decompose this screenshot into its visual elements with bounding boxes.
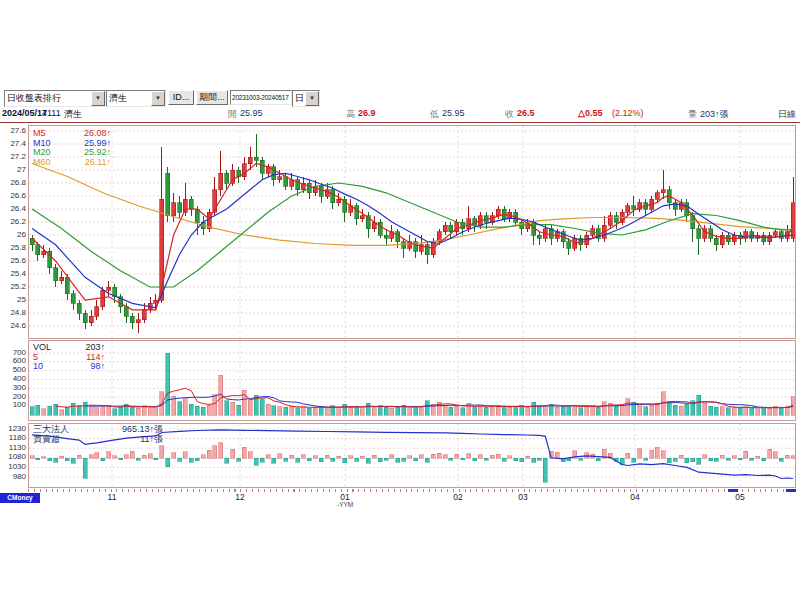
price-axis-label: 25.4: [1, 269, 26, 278]
low-value: 25.95: [442, 108, 465, 118]
period-input[interactable]: [230, 90, 292, 105]
institutional-legend: 三大法人965.13↑張買賣超11↑張: [33, 425, 163, 444]
volume-label: 量: [688, 108, 697, 121]
institutional-axis-label: 980: [1, 472, 26, 481]
institutional-axis-label: 1030: [1, 462, 26, 471]
institutional-bars: [30, 443, 795, 482]
high-label: 高: [346, 108, 355, 121]
chevron-down-icon[interactable]: ▼: [305, 91, 319, 106]
volume-axis-label: 600: [1, 356, 26, 365]
month-label: 12: [228, 492, 252, 502]
institutional-axis-label: 1130: [1, 443, 26, 452]
price-axis-label: 25: [1, 295, 26, 304]
ranking-select-value: 日收盤表排行: [5, 92, 91, 105]
axis-highlight-mark: [786, 489, 796, 492]
change-value: △0.55: [578, 108, 602, 118]
axis-highlight-mark: [728, 489, 738, 492]
price-axis-label: 24.6: [1, 321, 26, 330]
symbol-select-value: 濟生: [107, 92, 151, 105]
volume-legend: VOL203↑5114↑1098↑: [33, 343, 105, 372]
month-label: 05: [728, 492, 752, 502]
chevron-down-icon[interactable]: ▼: [91, 91, 105, 106]
frequency-select-value: 日: [293, 92, 305, 105]
chart-mode: 日線: [778, 108, 796, 121]
quote-date: 2024/05/17: [2, 108, 47, 118]
axis-format-note: -YYM: [337, 501, 353, 508]
high-value: 26.9: [358, 108, 376, 118]
date-tick-row: [28, 489, 794, 492]
price-axis-label: 25.2: [1, 282, 26, 291]
volume-axis-label: 100: [1, 400, 26, 409]
price-axis-label: 26.4: [1, 204, 26, 213]
volume-axis-label: 500: [1, 365, 26, 374]
month-label: 03: [511, 492, 535, 502]
month-label: 04: [623, 492, 647, 502]
price-axis-label: 27.6: [1, 126, 26, 135]
open-label: 開: [228, 108, 237, 121]
institutional-axis-label: 1230: [1, 424, 26, 433]
m10-line: [32, 173, 793, 307]
price-axis-label: 26.8: [1, 178, 26, 187]
price-axis-label: 27: [1, 165, 26, 174]
volume-axis-label: 200: [1, 392, 26, 401]
chart-area: 27.627.427.22726.826.626.426.22625.825.6…: [0, 124, 800, 516]
m5-line: [32, 164, 793, 310]
legend-row: M6026.11↑: [33, 158, 111, 168]
symbol-select[interactable]: 濟生 ▼: [106, 90, 166, 107]
legend-row: 買賣超11↑張: [33, 435, 163, 445]
quote-name: 濟生: [64, 108, 82, 121]
price-axis-label: 27.2: [1, 152, 26, 161]
price-axis-label: 24.8: [1, 308, 26, 317]
institutional-axis-label: 1180: [1, 433, 26, 442]
watermark-badge: CMoney: [0, 493, 40, 503]
change-percent: (2.12%): [612, 108, 644, 118]
volume-axis-label: 700: [1, 348, 26, 357]
price-panel[interactable]: [28, 125, 796, 339]
low-label: 低: [430, 108, 439, 121]
month-label: 02: [446, 492, 470, 502]
quote-infobar: 2024/05/17 4111 濟生 開 25.95 高 26.9 低 25.9…: [0, 108, 800, 122]
price-axis-label: 26.2: [1, 217, 26, 226]
volume-bars: [30, 353, 795, 415]
open-value: 25.95: [240, 108, 263, 118]
quote-code: 4111: [42, 108, 61, 118]
close-value: 26.5: [517, 108, 535, 118]
period-button[interactable]: 期間...: [196, 90, 228, 105]
ma-legend: M526.08↑M1025.99↑M2025.92↑M6026.11↑: [33, 129, 111, 167]
price-axis-label: 25.6: [1, 256, 26, 265]
volume-chart[interactable]: [29, 341, 795, 420]
id-button[interactable]: ID...: [168, 90, 194, 105]
volume-panel[interactable]: [28, 340, 796, 421]
month-label: 11: [100, 492, 124, 502]
price-axis-label: 26.6: [1, 191, 26, 200]
ranking-select[interactable]: 日收盤表排行 ▼: [4, 90, 106, 107]
infobar-separator: [0, 122, 800, 123]
volume-axis-label: 300: [1, 383, 26, 392]
price-axis-label: 27.4: [1, 139, 26, 148]
stock-chart-window: 日收盤表排行 ▼ 濟生 ▼ ID... 期間... 日 ▼ 2024/05/17…: [0, 0, 800, 600]
price-axis-label: 26: [1, 230, 26, 239]
candlestick-chart[interactable]: [29, 126, 795, 338]
toolbar: 日收盤表排行 ▼ 濟生 ▼ ID... 期間... 日 ▼: [0, 90, 800, 108]
volume-axis-label: 400: [1, 374, 26, 383]
chevron-down-icon[interactable]: ▼: [151, 91, 165, 106]
frequency-select[interactable]: 日 ▼: [292, 90, 320, 107]
legend-row: 1098↑: [33, 362, 105, 372]
close-label: 收: [505, 108, 514, 121]
institutional-axis-label: 1080: [1, 452, 26, 461]
volume-value: 203↑張: [700, 108, 729, 121]
price-axis-label: 25.8: [1, 243, 26, 252]
